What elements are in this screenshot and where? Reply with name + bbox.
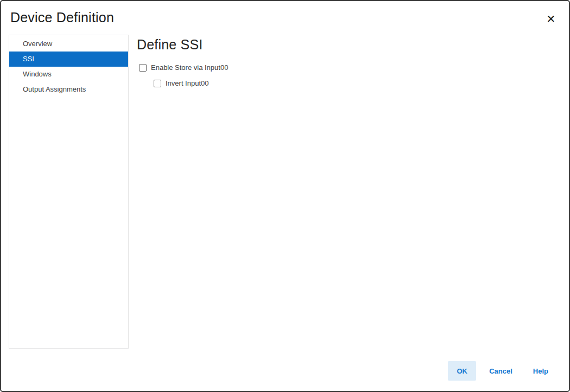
ok-button[interactable]: OK [448, 361, 476, 381]
sidebar-item-overview[interactable]: Overview [9, 36, 128, 52]
help-button[interactable]: Help [525, 361, 556, 381]
cancel-button[interactable]: Cancel [482, 361, 520, 381]
sidebar-item-windows[interactable]: Windows [9, 67, 128, 82]
invert-input-checkbox-row[interactable]: Invert Input00 [154, 79, 209, 87]
sidebar-item-ssi[interactable]: SSI [9, 52, 128, 67]
dialog-title: Device Definition [10, 10, 114, 25]
page-title: Define SSI [137, 37, 203, 53]
enable-store-checkbox[interactable] [139, 64, 147, 72]
enable-store-checkbox-row[interactable]: Enable Store via Input00 [139, 63, 228, 72]
enable-store-checkbox-label: Enable Store via Input00 [151, 63, 228, 72]
close-icon[interactable]: ✕ [544, 12, 558, 26]
dialog-footer: OK Cancel Help [448, 361, 556, 381]
invert-input-checkbox-label: Invert Input00 [166, 79, 209, 87]
nav-sidebar: Overview SSI Windows Output Assignments [9, 35, 129, 349]
device-definition-dialog: Device Definition ✕ Overview SSI Windows… [0, 0, 570, 392]
sidebar-item-output-assignments[interactable]: Output Assignments [9, 82, 128, 97]
invert-input-checkbox[interactable] [154, 80, 161, 87]
